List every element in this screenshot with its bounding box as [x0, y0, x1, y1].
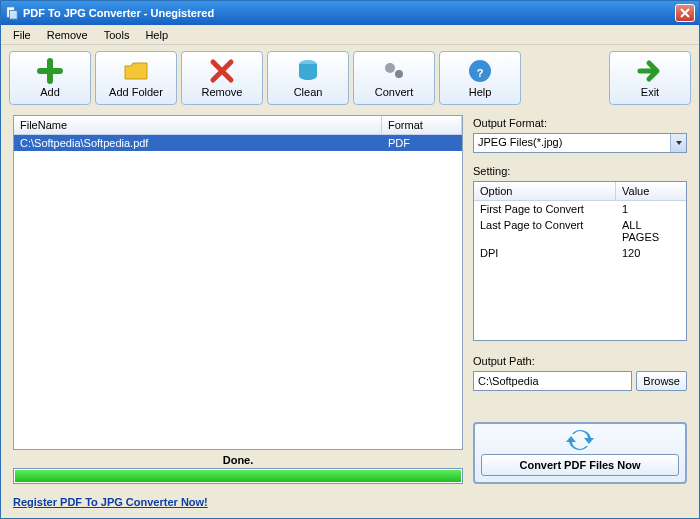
- settings-header: Option Value: [474, 182, 686, 201]
- cell-value: 120: [616, 245, 686, 261]
- chevron-down-icon[interactable]: [670, 134, 686, 152]
- output-format-value: JPEG Files(*.jpg): [474, 134, 670, 152]
- cell-option: First Page to Convert: [474, 201, 616, 217]
- toolbar-label: Exit: [641, 86, 659, 98]
- setting-row[interactable]: First Page to Convert 1: [474, 201, 686, 217]
- database-icon: [295, 58, 321, 84]
- convert-button[interactable]: Convert: [353, 51, 435, 105]
- menu-remove[interactable]: Remove: [39, 27, 96, 43]
- toolbar-label: Add Folder: [109, 86, 163, 98]
- cell-filename: C:\Softpedia\Softpedia.pdf: [14, 135, 382, 151]
- toolbar: Add Add Folder Remove Clean Convert ? He…: [1, 45, 699, 115]
- toolbar-label: Add: [40, 86, 60, 98]
- settings-table: Option Value First Page to Convert 1 Las…: [473, 181, 687, 341]
- setting-label: Setting:: [473, 165, 687, 177]
- cell-option: Last Page to Convert: [474, 217, 616, 245]
- convert-icon: [566, 430, 594, 450]
- output-path-input[interactable]: [473, 371, 632, 391]
- right-column: Output Format: JPEG Files(*.jpg) Setting…: [473, 115, 687, 484]
- folder-icon: [123, 58, 149, 84]
- main-area: FileName Format C:\Softpedia\Softpedia.p…: [1, 115, 699, 490]
- column-filename[interactable]: FileName: [14, 116, 382, 134]
- exit-button[interactable]: Exit: [609, 51, 691, 105]
- file-table-header: FileName Format: [14, 116, 462, 135]
- output-path-label: Output Path:: [473, 355, 687, 367]
- remove-button[interactable]: Remove: [181, 51, 263, 105]
- help-icon: ?: [467, 58, 493, 84]
- svg-point-4: [395, 70, 403, 78]
- arrow-right-icon: [637, 58, 663, 84]
- column-value[interactable]: Value: [616, 182, 686, 200]
- toolbar-label: Convert: [375, 86, 414, 98]
- output-format-select[interactable]: JPEG Files(*.jpg): [473, 133, 687, 153]
- close-button[interactable]: [675, 4, 695, 22]
- status-text: Done.: [13, 450, 463, 468]
- menu-tools[interactable]: Tools: [96, 27, 138, 43]
- app-icon: [5, 6, 19, 20]
- svg-text:?: ?: [477, 67, 484, 79]
- menu-help[interactable]: Help: [137, 27, 176, 43]
- progress-bar: [13, 468, 463, 484]
- titlebar: PDF To JPG Converter - Unegistered: [1, 1, 699, 25]
- setting-row[interactable]: Last Page to Convert ALL PAGES: [474, 217, 686, 245]
- cell-option: DPI: [474, 245, 616, 261]
- footer: Register PDF To JPG Converter Now!: [1, 490, 699, 518]
- cell-value: 1: [616, 201, 686, 217]
- toolbar-label: Help: [469, 86, 492, 98]
- column-format[interactable]: Format: [382, 116, 462, 134]
- help-button[interactable]: ? Help: [439, 51, 521, 105]
- plus-icon: [37, 58, 63, 84]
- cell-value: ALL PAGES: [616, 217, 686, 245]
- toolbar-label: Clean: [294, 86, 323, 98]
- file-table: FileName Format C:\Softpedia\Softpedia.p…: [13, 115, 463, 450]
- cell-format: PDF: [382, 135, 462, 151]
- table-row[interactable]: C:\Softpedia\Softpedia.pdf PDF: [14, 135, 462, 151]
- file-table-body: C:\Softpedia\Softpedia.pdf PDF: [14, 135, 462, 449]
- add-button[interactable]: Add: [9, 51, 91, 105]
- output-format-label: Output Format:: [473, 117, 687, 129]
- window-title: PDF To JPG Converter - Unegistered: [23, 7, 214, 19]
- svg-rect-1: [9, 10, 17, 19]
- column-option[interactable]: Option: [474, 182, 616, 200]
- left-column: FileName Format C:\Softpedia\Softpedia.p…: [13, 115, 463, 484]
- menu-file[interactable]: File: [5, 27, 39, 43]
- setting-row[interactable]: DPI 120: [474, 245, 686, 261]
- add-folder-button[interactable]: Add Folder: [95, 51, 177, 105]
- convert-now-button[interactable]: Convert PDF Files Now: [481, 454, 679, 476]
- convert-group: Convert PDF Files Now: [473, 422, 687, 484]
- menubar: File Remove Tools Help: [1, 25, 699, 45]
- app-window: PDF To JPG Converter - Unegistered File …: [0, 0, 700, 519]
- svg-point-3: [385, 63, 395, 73]
- register-link[interactable]: Register PDF To JPG Converter Now!: [13, 496, 208, 508]
- clean-button[interactable]: Clean: [267, 51, 349, 105]
- gears-icon: [381, 58, 407, 84]
- browse-button[interactable]: Browse: [636, 371, 687, 391]
- toolbar-label: Remove: [202, 86, 243, 98]
- x-icon: [209, 58, 235, 84]
